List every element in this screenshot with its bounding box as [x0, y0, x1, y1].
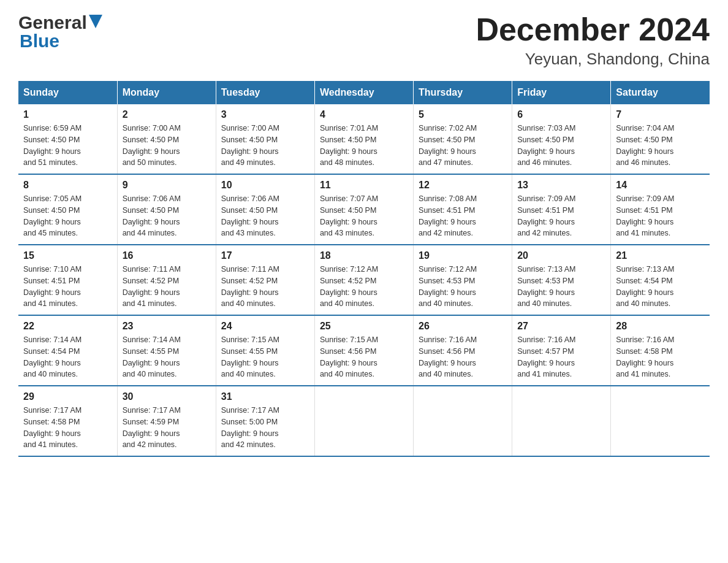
day-number: 9 — [123, 180, 211, 191]
column-header-monday: Monday — [117, 81, 216, 104]
calendar-cell: 15Sunrise: 7:10 AM Sunset: 4:51 PM Dayli… — [18, 245, 117, 315]
day-number: 3 — [221, 109, 309, 120]
day-info: Sunrise: 7:04 AM Sunset: 4:50 PM Dayligh… — [616, 123, 705, 169]
day-info: Sunrise: 7:17 AM Sunset: 4:59 PM Dayligh… — [123, 405, 211, 451]
day-info: Sunrise: 7:06 AM Sunset: 4:50 PM Dayligh… — [123, 193, 211, 239]
calendar-cell: 1Sunrise: 6:59 AM Sunset: 4:50 PM Daylig… — [18, 104, 117, 174]
column-header-tuesday: Tuesday — [216, 81, 314, 104]
calendar-cell: 23Sunrise: 7:14 AM Sunset: 4:55 PM Dayli… — [117, 315, 216, 386]
day-number: 26 — [419, 321, 507, 332]
calendar-cell: 12Sunrise: 7:08 AM Sunset: 4:51 PM Dayli… — [414, 174, 512, 245]
calendar-cell: 28Sunrise: 7:16 AM Sunset: 4:58 PM Dayli… — [611, 315, 710, 386]
day-number: 6 — [517, 109, 605, 120]
day-info: Sunrise: 7:09 AM Sunset: 4:51 PM Dayligh… — [616, 193, 705, 239]
day-info: Sunrise: 7:11 AM Sunset: 4:52 PM Dayligh… — [123, 264, 211, 310]
calendar-cell: 4Sunrise: 7:01 AM Sunset: 4:50 PM Daylig… — [314, 104, 413, 174]
day-number: 2 — [123, 109, 211, 120]
day-info: Sunrise: 7:15 AM Sunset: 4:55 PM Dayligh… — [221, 334, 309, 380]
day-number: 1 — [23, 109, 112, 120]
calendar-cell: 10Sunrise: 7:06 AM Sunset: 4:50 PM Dayli… — [216, 174, 314, 245]
calendar-cell: 8Sunrise: 7:05 AM Sunset: 4:50 PM Daylig… — [18, 174, 117, 245]
calendar-cell: 30Sunrise: 7:17 AM Sunset: 4:59 PM Dayli… — [117, 386, 216, 456]
day-number: 13 — [517, 180, 605, 191]
day-info: Sunrise: 7:03 AM Sunset: 4:50 PM Dayligh… — [517, 123, 605, 169]
calendar-cell: 9Sunrise: 7:06 AM Sunset: 4:50 PM Daylig… — [117, 174, 216, 245]
logo-blue-text: Blue — [20, 31, 102, 52]
calendar-cell: 22Sunrise: 7:14 AM Sunset: 4:54 PM Dayli… — [18, 315, 117, 386]
day-number: 10 — [221, 180, 309, 191]
day-number: 29 — [23, 391, 112, 402]
day-info: Sunrise: 7:13 AM Sunset: 4:53 PM Dayligh… — [517, 264, 605, 310]
day-number: 31 — [221, 391, 309, 402]
column-header-sunday: Sunday — [18, 81, 117, 104]
calendar-cell: 21Sunrise: 7:13 AM Sunset: 4:54 PM Dayli… — [611, 245, 710, 315]
calendar-cell: 26Sunrise: 7:16 AM Sunset: 4:56 PM Dayli… — [414, 315, 512, 386]
calendar-week-row: 1Sunrise: 6:59 AM Sunset: 4:50 PM Daylig… — [18, 104, 710, 174]
column-header-thursday: Thursday — [414, 81, 512, 104]
logo-general-text: General — [18, 12, 87, 33]
page-subtitle: Yeyuan, Shandong, China — [476, 50, 710, 69]
logo: General Blue — [18, 12, 102, 52]
calendar-cell: 2Sunrise: 7:00 AM Sunset: 4:50 PM Daylig… — [117, 104, 216, 174]
day-number: 27 — [517, 321, 605, 332]
day-number: 19 — [419, 250, 507, 261]
calendar-cell: 17Sunrise: 7:11 AM Sunset: 4:52 PM Dayli… — [216, 245, 314, 315]
calendar-cell: 5Sunrise: 7:02 AM Sunset: 4:50 PM Daylig… — [414, 104, 512, 174]
column-header-wednesday: Wednesday — [314, 81, 413, 104]
day-number: 20 — [517, 250, 605, 261]
calendar-cell: 13Sunrise: 7:09 AM Sunset: 4:51 PM Dayli… — [512, 174, 611, 245]
calendar-cell: 20Sunrise: 7:13 AM Sunset: 4:53 PM Dayli… — [512, 245, 611, 315]
calendar-week-row: 22Sunrise: 7:14 AM Sunset: 4:54 PM Dayli… — [18, 315, 710, 386]
page-title: December 2024 — [476, 12, 710, 47]
calendar-header-row: SundayMondayTuesdayWednesdayThursdayFrid… — [18, 81, 710, 104]
day-number: 4 — [320, 109, 408, 120]
day-number: 8 — [23, 180, 112, 191]
calendar-cell: 24Sunrise: 7:15 AM Sunset: 4:55 PM Dayli… — [216, 315, 314, 386]
calendar-cell — [611, 386, 710, 456]
calendar-cell: 16Sunrise: 7:11 AM Sunset: 4:52 PM Dayli… — [117, 245, 216, 315]
day-info: Sunrise: 6:59 AM Sunset: 4:50 PM Dayligh… — [23, 123, 112, 169]
day-info: Sunrise: 7:07 AM Sunset: 4:50 PM Dayligh… — [320, 193, 408, 239]
day-number: 23 — [123, 321, 211, 332]
day-number: 21 — [616, 250, 705, 261]
day-info: Sunrise: 7:17 AM Sunset: 5:00 PM Dayligh… — [221, 405, 309, 451]
day-info: Sunrise: 7:14 AM Sunset: 4:55 PM Dayligh… — [123, 334, 211, 380]
day-number: 17 — [221, 250, 309, 261]
day-info: Sunrise: 7:01 AM Sunset: 4:50 PM Dayligh… — [320, 123, 408, 169]
page-header: General Blue December 2024 Yeyuan, Shand… — [18, 12, 710, 69]
calendar-cell — [512, 386, 611, 456]
calendar-week-row: 8Sunrise: 7:05 AM Sunset: 4:50 PM Daylig… — [18, 174, 710, 245]
day-info: Sunrise: 7:00 AM Sunset: 4:50 PM Dayligh… — [221, 123, 309, 169]
day-info: Sunrise: 7:16 AM Sunset: 4:58 PM Dayligh… — [616, 334, 705, 380]
day-info: Sunrise: 7:09 AM Sunset: 4:51 PM Dayligh… — [517, 193, 605, 239]
calendar-cell: 6Sunrise: 7:03 AM Sunset: 4:50 PM Daylig… — [512, 104, 611, 174]
day-number: 28 — [616, 321, 705, 332]
day-number: 16 — [123, 250, 211, 261]
day-info: Sunrise: 7:05 AM Sunset: 4:50 PM Dayligh… — [23, 193, 112, 239]
calendar-cell — [414, 386, 512, 456]
calendar-cell — [314, 386, 413, 456]
calendar-cell: 7Sunrise: 7:04 AM Sunset: 4:50 PM Daylig… — [611, 104, 710, 174]
day-number: 7 — [616, 109, 705, 120]
calendar-cell: 3Sunrise: 7:00 AM Sunset: 4:50 PM Daylig… — [216, 104, 314, 174]
day-number: 25 — [320, 321, 408, 332]
day-info: Sunrise: 7:16 AM Sunset: 4:56 PM Dayligh… — [419, 334, 507, 380]
calendar-cell: 25Sunrise: 7:15 AM Sunset: 4:56 PM Dayli… — [314, 315, 413, 386]
day-info: Sunrise: 7:14 AM Sunset: 4:54 PM Dayligh… — [23, 334, 112, 380]
day-info: Sunrise: 7:12 AM Sunset: 4:52 PM Dayligh… — [320, 264, 408, 310]
day-number: 11 — [320, 180, 408, 191]
day-info: Sunrise: 7:17 AM Sunset: 4:58 PM Dayligh… — [23, 405, 112, 451]
day-info: Sunrise: 7:12 AM Sunset: 4:53 PM Dayligh… — [419, 264, 507, 310]
calendar-cell: 19Sunrise: 7:12 AM Sunset: 4:53 PM Dayli… — [414, 245, 512, 315]
day-info: Sunrise: 7:08 AM Sunset: 4:51 PM Dayligh… — [419, 193, 507, 239]
day-number: 14 — [616, 180, 705, 191]
day-info: Sunrise: 7:00 AM Sunset: 4:50 PM Dayligh… — [123, 123, 211, 169]
day-number: 12 — [419, 180, 507, 191]
calendar-cell: 29Sunrise: 7:17 AM Sunset: 4:58 PM Dayli… — [18, 386, 117, 456]
day-number: 30 — [123, 391, 211, 402]
calendar-cell: 18Sunrise: 7:12 AM Sunset: 4:52 PM Dayli… — [314, 245, 413, 315]
day-number: 15 — [23, 250, 112, 261]
day-number: 24 — [221, 321, 309, 332]
day-info: Sunrise: 7:16 AM Sunset: 4:57 PM Dayligh… — [517, 334, 605, 380]
title-block: December 2024 Yeyuan, Shandong, China — [476, 12, 710, 69]
